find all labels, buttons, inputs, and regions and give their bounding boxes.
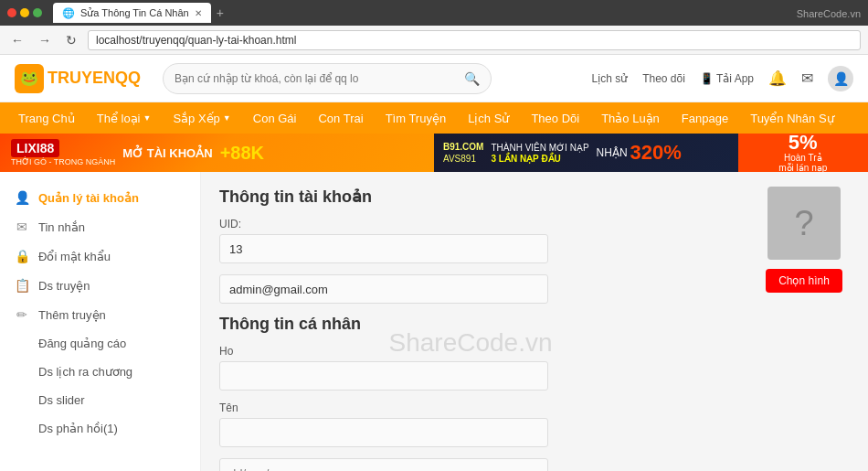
uid-input[interactable]	[219, 234, 548, 263]
avatar-placeholder: ?	[767, 187, 841, 260]
logo-area: 🐸 TRUYENQQ	[15, 64, 141, 93]
logo-text[interactable]: TRUYENQQ	[48, 69, 141, 88]
content-area: ShareCode.vn Thông tin tài khoản UID: Th…	[201, 172, 740, 471]
chevron-down-icon: ▼	[223, 113, 231, 123]
avatar-section: ? Chọn hình	[740, 172, 868, 471]
content-wrapper: 👤 Quản lý tài khoản ✉ Tin nhắn 🔒 Đổi mật…	[0, 172, 868, 471]
ho-input[interactable]	[219, 361, 548, 391]
banner-site: B91.COM	[443, 142, 483, 152]
banner-far-right[interactable]: 5% Hoàn Trả mỗi lần nạp	[738, 134, 869, 172]
date-input[interactable]	[219, 458, 548, 471]
tab-close-btn[interactable]: ✕	[195, 8, 202, 18]
ho-field-group: Ho	[219, 345, 722, 391]
date-field-group	[219, 458, 722, 471]
app-label: Tải App	[716, 72, 754, 85]
sidebar-label-addtruyen: Thêm truyện	[38, 308, 106, 322]
banner-right-highlight: 3 LẦN NẠP ĐẦU	[491, 154, 588, 164]
site-header: 🐸 TRUYENQQ 🔍 Lịch sử Theo dõi 📱 Tải App …	[0, 55, 868, 102]
banner-amount: +88K	[220, 143, 264, 164]
logo-icon: 🐸	[15, 64, 44, 93]
banner-far-sub2: mỗi lần nạp	[778, 163, 827, 172]
browser-chrome: 🌐 Sửa Thông Tin Cá Nhân ✕ + ShareCode.vn	[0, 0, 868, 26]
banner-site2: AVS891	[443, 154, 483, 164]
ten-input[interactable]	[219, 418, 548, 447]
follow-link[interactable]: Theo dõi	[642, 72, 685, 85]
banner-right-text: THÀNH VIÊN MỚI NẠP	[491, 143, 588, 153]
sidebar-item-ads[interactable]: Đăng quảng cáo	[0, 329, 200, 358]
ho-label: Ho	[219, 345, 722, 358]
traffic-lights	[7, 8, 42, 17]
uid-label: UID:	[219, 218, 722, 230]
sidebar-item-feedback[interactable]: Ds phản hồi(1)	[0, 414, 200, 443]
uid-field-group: UID:	[219, 218, 722, 263]
history-link[interactable]: Lịch sử	[591, 72, 628, 85]
tab-favicon: 🌐	[62, 7, 75, 19]
close-tl[interactable]	[7, 8, 16, 17]
sidebar-label-password: Đổi mật khẩu	[38, 250, 111, 263]
sidebar-item-account[interactable]: 👤 Quản lý tài khoản	[0, 183, 200, 212]
logo-text: ShareCode.vn	[797, 8, 861, 19]
nav-item-trangchu[interactable]: Trang Chủ	[9, 102, 84, 134]
banner-left[interactable]: LIXI88 THỜI GÒ - TRONG NGÀNH MỞ TÀI KHOẢ…	[0, 134, 434, 172]
question-icon: ?	[794, 204, 813, 243]
mail-icon[interactable]: ✉	[801, 70, 813, 87]
phone-icon: 📱	[700, 72, 714, 85]
message-icon: ✉	[15, 219, 29, 234]
sidebar-label-messages: Tin nhắn	[38, 220, 85, 234]
sidebar-item-slider[interactable]: Ds slider	[0, 386, 200, 414]
sidebar: 👤 Quản lý tài khoản ✉ Tin nhắn 🔒 Đổi mật…	[0, 172, 201, 471]
sidebar-label-account: Quản lý tài khoản	[38, 191, 139, 205]
new-tab-button[interactable]: +	[217, 5, 224, 20]
nav-bar: Trang Chủ Thể loại ▼ Sắp Xếp ▼ Con Gái C…	[0, 102, 868, 134]
banner-far-sub: Hoàn Trả	[784, 153, 822, 163]
nav-item-timtruyen[interactable]: Tìm Truyện	[376, 102, 456, 134]
nav-item-contrai[interactable]: Con Trai	[309, 102, 372, 134]
banner-left-text: MỞ TÀI KHOẢN	[122, 146, 212, 160]
nav-item-theloai[interactable]: Thể loại ▼	[88, 102, 161, 134]
choose-image-button[interactable]: Chọn hình	[766, 269, 842, 293]
email-input[interactable]	[219, 274, 548, 304]
search-icon[interactable]: 🔍	[464, 71, 480, 86]
sidebar-item-dstruyen[interactable]: 📋 Ds truyện	[0, 271, 200, 300]
sidebar-label-dstruyen: Ds truyện	[38, 279, 90, 293]
lock-icon: 🔒	[15, 249, 29, 263]
banner-percent: 320%	[630, 141, 682, 165]
bell-icon[interactable]: 🔔	[768, 70, 787, 87]
nav-item-theodoi[interactable]: Theo Dõi	[522, 102, 588, 134]
ten-field-group: Tên	[219, 401, 722, 447]
email-field-group	[219, 274, 722, 304]
address-input[interactable]	[88, 30, 861, 50]
nav-item-tuyennhansu[interactable]: Tuyển Nhân Sự	[741, 102, 842, 134]
search-bar[interactable]: 🔍	[163, 63, 492, 94]
nav-item-fanpage[interactable]: Fanpage	[672, 102, 737, 134]
user-icon: 👤	[15, 190, 29, 205]
sidebar-label-feedback: Ds phản hồi(1)	[38, 422, 118, 435]
user-avatar[interactable]: 👤	[828, 66, 853, 91]
nav-item-congai[interactable]: Con Gái	[244, 102, 306, 134]
browser-tab[interactable]: 🌐 Sửa Thông Tin Cá Nhân ✕	[53, 3, 211, 23]
minimize-tl[interactable]	[20, 8, 29, 17]
back-button[interactable]: ←	[7, 31, 27, 49]
browser-logo: ShareCode.vn	[797, 6, 861, 20]
nav-item-thaoluan[interactable]: Thảo Luận	[592, 102, 669, 134]
chevron-down-icon: ▼	[143, 113, 152, 123]
sidebar-item-messages[interactable]: ✉ Tin nhắn	[0, 212, 200, 241]
forward-button[interactable]: →	[35, 31, 55, 49]
nav-item-sapxep[interactable]: Sắp Xếp ▼	[164, 102, 239, 134]
maximize-tl[interactable]	[33, 8, 42, 17]
search-input[interactable]	[175, 72, 464, 85]
personal-section-title: Thông tin cá nhân	[219, 315, 722, 334]
sidebar-item-addtruyen[interactable]: ✏ Thêm truyện	[0, 300, 200, 329]
sidebar-item-schedule[interactable]: Ds lịch ra chương	[0, 358, 200, 386]
list-icon: 📋	[15, 278, 29, 293]
banner-logo: LIXI88	[11, 139, 59, 157]
sidebar-item-password[interactable]: 🔒 Đổi mật khẩu	[0, 241, 200, 271]
refresh-button[interactable]: ↻	[62, 31, 80, 49]
nav-item-lichsu[interactable]: Lịch Sử	[459, 102, 518, 134]
tab-title: Sửa Thông Tin Cá Nhân	[80, 7, 189, 19]
app-link[interactable]: 📱 Tải App	[700, 72, 754, 85]
banner-right[interactable]: B91.COM AVS891 THÀNH VIÊN MỚI NẠP 3 LẦN …	[434, 134, 738, 172]
account-section-title: Thông tin tài khoản	[219, 187, 722, 207]
address-bar-row: ← → ↻	[0, 26, 868, 55]
ten-label: Tên	[219, 401, 722, 414]
